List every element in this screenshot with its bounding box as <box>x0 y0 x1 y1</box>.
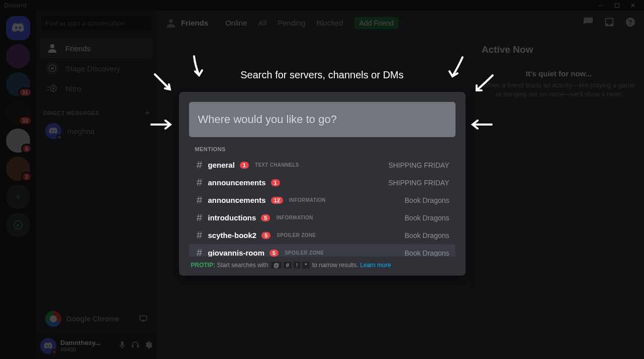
qs-channel-name: announcements <box>208 178 266 187</box>
protip-label: PROTIP: <box>191 262 216 269</box>
qs-section-mentions: MENTIONS <box>195 146 455 152</box>
qs-category: SPOILER ZONE <box>277 232 316 238</box>
qs-server-name: Book Dragons <box>405 231 449 240</box>
protip: PROTIP: Start searches with @#!* to narr… <box>189 262 455 269</box>
annotation-arrow <box>151 70 177 98</box>
qs-channel-name: giovannis-room <box>208 249 265 257</box>
qs-server-name: Book Dragons <box>405 196 449 204</box>
qs-category: TEXT CHANNELS <box>255 162 299 168</box>
qs-server-name: SHIPPING FRIDAY <box>388 161 449 169</box>
hash-icon: # <box>195 194 204 206</box>
qs-channel-name: introductions <box>208 213 256 222</box>
qs-result-row[interactable]: #announcements12INFORMATIONBook Dragons <box>189 191 455 209</box>
annotation-arrow <box>468 111 494 140</box>
qs-mention-badge: 5 <box>269 250 279 257</box>
qs-category: INFORMATION <box>276 215 313 220</box>
qs-channel-name: general <box>208 161 235 169</box>
qs-channel-name: announcements <box>208 196 266 204</box>
hash-icon: # <box>195 229 204 241</box>
protip-text-b: to narrow results. <box>312 262 358 269</box>
qs-mention-badge: 5 <box>261 214 270 221</box>
protip-key: # <box>284 262 292 269</box>
qs-server-name: SHIPPING FRIDAY <box>388 179 449 187</box>
protip-learn-more[interactable]: Learn more <box>360 262 391 269</box>
qs-server-name: Book Dragons <box>405 214 449 222</box>
protip-text-a: Start searches with <box>217 262 268 269</box>
qs-mention-badge: 1 <box>240 162 249 169</box>
protip-key: @ <box>271 262 282 269</box>
protip-key: ! <box>294 262 300 269</box>
hash-icon: # <box>195 247 204 257</box>
qs-result-row[interactable]: #giovannis-room5SPOILER ZONEBook Dragons <box>189 244 455 257</box>
annotation-arrow <box>149 111 175 140</box>
hash-icon: # <box>195 212 204 223</box>
hash-icon: # <box>195 159 204 171</box>
quickswitcher-input[interactable] <box>189 102 455 137</box>
qs-mention-badge: 5 <box>261 232 270 239</box>
protip-key: * <box>302 262 309 269</box>
qs-result-row[interactable]: #general1TEXT CHANNELSSHIPPING FRIDAY <box>189 156 455 174</box>
quickswitcher-modal: Search for servers, channels or DMs MENT… <box>179 69 466 276</box>
qs-result-row[interactable]: #introductions5INFORMATIONBook Dragons <box>189 209 455 226</box>
annotation-arrow <box>441 54 468 82</box>
qs-category: SPOILER ZONE <box>285 250 324 256</box>
annotation-arrow <box>184 53 210 81</box>
hash-icon: # <box>195 177 204 188</box>
quickswitcher-title: Search for servers, channels or DMs <box>179 69 466 81</box>
qs-mention-badge: 1 <box>271 179 280 186</box>
qs-result-row[interactable]: #announcements1SHIPPING FRIDAY <box>189 174 455 191</box>
qs-category: INFORMATION <box>289 197 326 203</box>
qs-channel-name: scythe-book2 <box>208 231 257 240</box>
qs-server-name: Book Dragons <box>405 249 449 257</box>
annotation-arrow <box>470 71 496 99</box>
qs-mention-badge: 12 <box>271 197 283 204</box>
qs-result-row[interactable]: #scythe-book25SPOILER ZONEBook Dragons <box>189 226 455 244</box>
